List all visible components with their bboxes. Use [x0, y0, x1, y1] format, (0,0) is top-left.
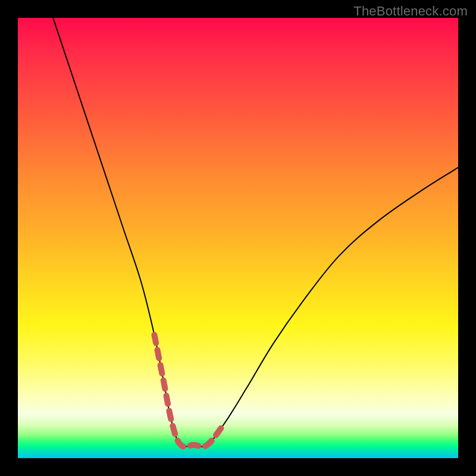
plot-area [18, 18, 458, 458]
bottleneck-curve [53, 18, 458, 447]
curve-layer [18, 18, 458, 458]
highlight-dashes [154, 335, 224, 447]
watermark-text: TheBottleneck.com [353, 4, 468, 19]
chart-container: TheBottleneck.com [0, 0, 476, 476]
